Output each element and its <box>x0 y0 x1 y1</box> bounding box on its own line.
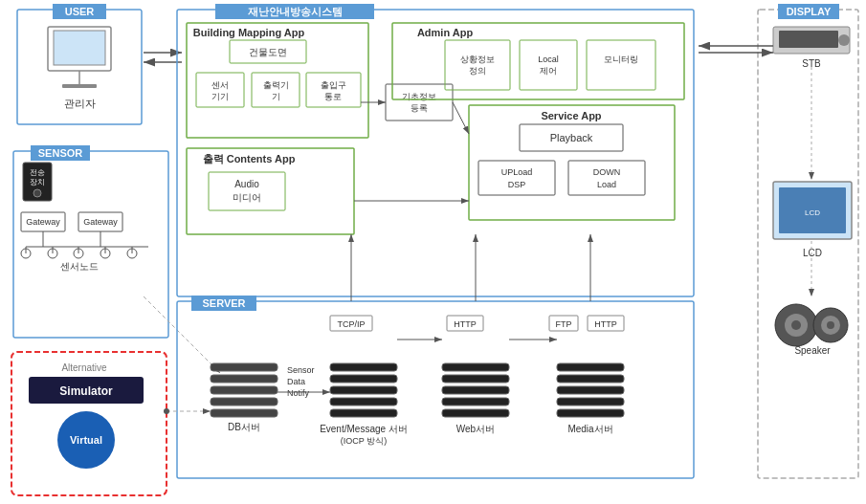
svg-text:건물도면: 건물도면 <box>249 47 287 57</box>
svg-rect-155 <box>29 377 144 404</box>
svg-rect-115 <box>549 316 578 331</box>
svg-rect-46 <box>196 73 244 107</box>
svg-rect-44 <box>230 40 306 63</box>
svg-text:DOWN: DOWN <box>593 167 621 177</box>
svg-rect-61 <box>445 40 510 90</box>
svg-text:Playback: Playback <box>550 132 593 143</box>
svg-rect-92 <box>211 398 278 405</box>
svg-text:DSP: DSP <box>508 180 526 189</box>
svg-point-147 <box>791 320 801 330</box>
svg-text:재난안내방송시스템: 재난안내방송시스템 <box>248 6 343 17</box>
svg-rect-103 <box>330 398 397 405</box>
svg-rect-4 <box>53 4 106 19</box>
svg-text:Web서버: Web서버 <box>456 424 495 434</box>
svg-rect-120 <box>557 375 624 383</box>
svg-text:출력 Contents App: 출력 Contents App <box>203 153 296 164</box>
svg-rect-20 <box>21 212 65 231</box>
svg-rect-104 <box>330 409 397 417</box>
svg-rect-141 <box>779 187 846 233</box>
svg-text:Gateway: Gateway <box>26 217 60 227</box>
svg-rect-81 <box>209 172 285 210</box>
svg-rect-101 <box>330 375 397 383</box>
svg-line-38 <box>144 296 220 373</box>
svg-text:Service App: Service App <box>541 110 601 121</box>
svg-text:Event/Message 서버: Event/Message 서버 <box>320 424 408 434</box>
svg-text:SERVER: SERVER <box>202 297 245 309</box>
svg-text:TCP/IP: TCP/IP <box>337 319 365 329</box>
svg-point-28 <box>48 249 57 258</box>
svg-text:센서: 센서 <box>211 80 229 90</box>
svg-rect-131 <box>758 10 858 478</box>
svg-text:제어: 제어 <box>540 66 557 76</box>
svg-text:Virtual: Virtual <box>70 434 102 446</box>
svg-text:통로: 통로 <box>324 92 342 101</box>
svg-rect-98 <box>330 316 372 331</box>
svg-point-145 <box>775 304 817 346</box>
svg-point-30 <box>100 249 110 258</box>
svg-text:Simulator: Simulator <box>59 384 113 398</box>
svg-rect-122 <box>557 398 624 405</box>
svg-text:LCD: LCD <box>803 248 822 258</box>
svg-text:Load: Load <box>597 180 616 189</box>
svg-rect-14 <box>31 145 90 161</box>
svg-text:HTTP: HTTP <box>594 319 617 329</box>
svg-point-31 <box>127 249 137 258</box>
svg-rect-59 <box>392 23 684 99</box>
svg-rect-6 <box>48 27 111 71</box>
svg-text:기기: 기기 <box>211 92 229 101</box>
svg-point-136 <box>838 34 850 46</box>
svg-line-85 <box>453 102 469 134</box>
svg-rect-86 <box>177 301 694 478</box>
svg-point-148 <box>813 308 848 342</box>
svg-text:등록: 등록 <box>411 103 428 113</box>
svg-text:Gateway: Gateway <box>83 217 118 227</box>
svg-text:Alternative: Alternative <box>61 362 107 373</box>
svg-text:LCD: LCD <box>805 208 820 217</box>
svg-rect-79 <box>187 148 354 234</box>
svg-rect-39 <box>177 10 694 296</box>
svg-text:전송: 전송 <box>30 168 45 177</box>
svg-rect-3 <box>17 10 142 124</box>
svg-rect-132 <box>778 4 839 19</box>
svg-text:(IOCP 방식): (IOCP 방식) <box>341 436 387 446</box>
svg-rect-112 <box>442 398 509 405</box>
svg-text:HTTP: HTTP <box>454 319 477 329</box>
svg-rect-16 <box>23 163 52 201</box>
svg-rect-134 <box>773 27 850 54</box>
svg-rect-102 <box>330 386 397 394</box>
svg-text:정의: 정의 <box>469 66 486 76</box>
svg-point-29 <box>74 249 83 258</box>
svg-text:DB서버: DB서버 <box>228 422 260 432</box>
svg-text:UPLoad: UPLoad <box>501 167 533 177</box>
svg-rect-153 <box>11 352 167 495</box>
svg-rect-107 <box>447 316 483 331</box>
svg-rect-55 <box>386 84 453 121</box>
svg-rect-87 <box>191 296 256 311</box>
svg-rect-135 <box>779 31 838 48</box>
svg-rect-9 <box>62 84 97 88</box>
svg-text:Building Mapping App: Building Mapping App <box>193 27 305 38</box>
svg-point-149 <box>821 316 840 335</box>
svg-text:모니터링: 모니터링 <box>604 55 638 64</box>
svg-rect-42 <box>187 23 368 138</box>
svg-rect-67 <box>587 40 655 90</box>
svg-text:DISPLAY: DISPLAY <box>787 6 832 17</box>
svg-text:USER: USER <box>65 6 95 17</box>
svg-rect-71 <box>520 124 623 151</box>
svg-rect-110 <box>442 375 509 383</box>
svg-rect-93 <box>211 409 278 417</box>
svg-rect-22 <box>78 212 122 231</box>
svg-text:관리자: 관리자 <box>64 98 96 109</box>
svg-rect-7 <box>54 31 105 65</box>
svg-rect-123 <box>557 409 624 417</box>
svg-rect-100 <box>330 363 397 371</box>
svg-text:기: 기 <box>272 92 280 101</box>
svg-text:Data: Data <box>287 377 305 386</box>
svg-text:Admin App: Admin App <box>417 27 474 38</box>
svg-rect-111 <box>442 386 509 394</box>
svg-text:Local: Local <box>538 55 559 64</box>
svg-rect-113 <box>442 409 509 417</box>
svg-point-19 <box>33 189 41 197</box>
svg-rect-117 <box>588 316 624 331</box>
svg-rect-40 <box>215 4 374 19</box>
